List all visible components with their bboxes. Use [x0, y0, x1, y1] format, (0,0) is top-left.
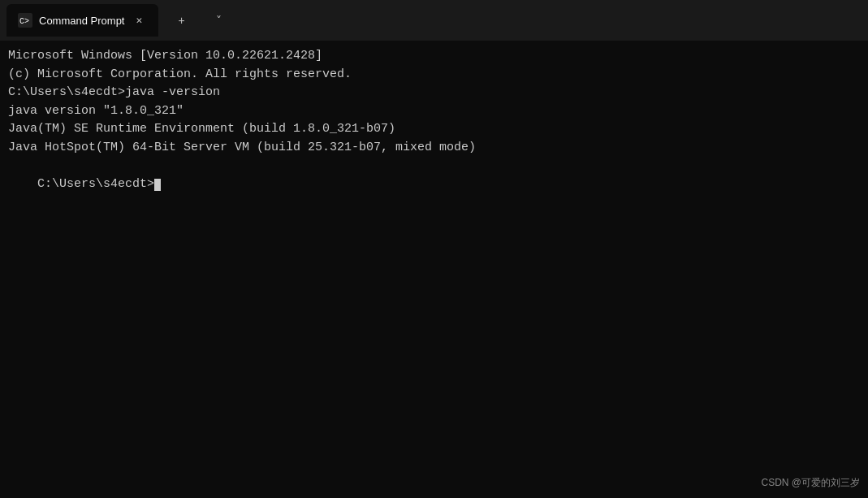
titlebar: C> Command Prompt ✕ + ˅ [0, 0, 868, 41]
terminal-output[interactable]: Microsoft Windows [Version 10.0.22621.24… [0, 41, 868, 498]
terminal-line-4: C:\Users\s4ecdt>java -version [8, 84, 860, 102]
tab-command-prompt[interactable]: C> Command Prompt ✕ [6, 4, 158, 37]
terminal-line-7: Java HotSpot(TM) 64-Bit Server VM (build… [8, 139, 860, 158]
watermark: CSDN @可爱的刘三岁 [761, 476, 860, 490]
terminal-line-1: Microsoft Windows [Version 10.0.22621.24… [8, 47, 860, 66]
svg-text:C>: C> [19, 17, 29, 26]
dropdown-button[interactable]: ˅ [204, 6, 233, 35]
new-tab-button[interactable]: + [166, 6, 196, 35]
terminal-line-9: C:\Users\s4ecdt> [8, 157, 860, 212]
cmd-icon: C> [18, 13, 32, 28]
tab-close-button[interactable]: ✕ [131, 12, 147, 28]
terminal-line-5: java version "1.8.0_321" [8, 102, 860, 121]
cursor [154, 179, 161, 191]
titlebar-left: C> Command Prompt ✕ + ˅ [6, 4, 862, 37]
tab-title: Command Prompt [39, 15, 124, 27]
terminal-line-2: (c) Microsoft Corporation. All rights re… [8, 66, 860, 84]
terminal-line-6: Java(TM) SE Runtime Environment (build 1… [8, 120, 860, 139]
